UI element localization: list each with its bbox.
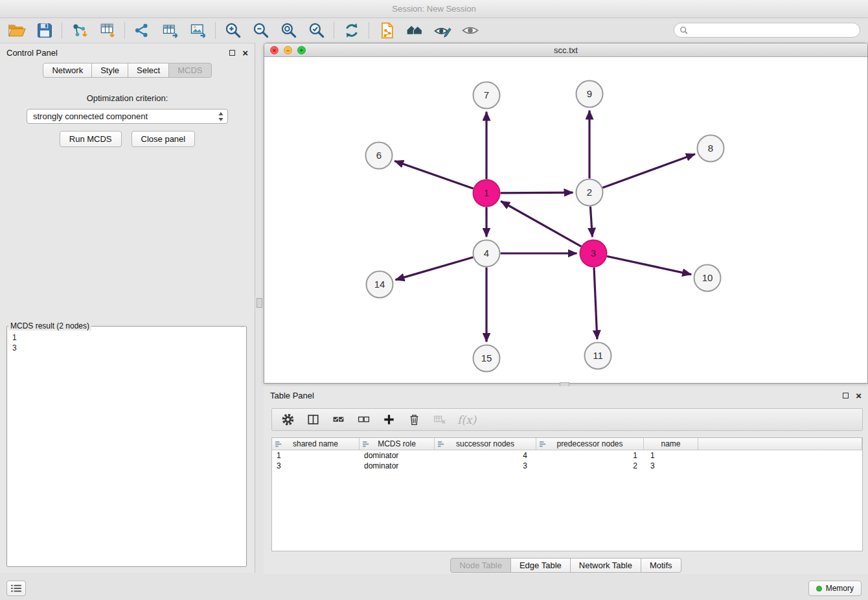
graph-node-2[interactable]: 2 [577, 179, 603, 206]
graph-edge-2-3[interactable] [590, 207, 592, 237]
float-panel-icon[interactable] [843, 393, 849, 398]
window-minimize-icon[interactable]: − [284, 46, 292, 54]
show-panels-button[interactable] [6, 581, 26, 596]
graph-edge-2-8[interactable] [602, 154, 695, 188]
graph-node-1[interactable]: 1 [474, 180, 500, 207]
window-close-icon[interactable]: × [270, 46, 279, 54]
tab-select[interactable]: Select [128, 63, 169, 78]
tab-mcds[interactable]: MCDS [168, 63, 211, 78]
cell-name[interactable]: 1 [644, 451, 698, 460]
cell-successor-nodes[interactable]: 4 [435, 451, 536, 460]
cell-shared-name[interactable]: 3 [272, 461, 360, 470]
close-panel-button[interactable]: Close panel [131, 131, 196, 147]
show-columns-button[interactable] [306, 413, 320, 427]
cell-predecessor-nodes[interactable]: 2 [536, 461, 644, 470]
graph-node-9[interactable]: 9 [577, 81, 603, 108]
home-button[interactable] [400, 19, 428, 41]
table-settings-button[interactable] [280, 413, 295, 427]
graph-node-11[interactable]: 11 [585, 343, 611, 369]
document-share-button[interactable] [372, 19, 400, 41]
graph-node-10[interactable]: 10 [694, 265, 721, 292]
column-header-successor-nodes[interactable]: successor nodes [435, 438, 536, 450]
window-zoom-icon[interactable]: + [297, 46, 306, 54]
open-session-button[interactable] [3, 19, 30, 41]
zoom-fit-button[interactable] [275, 19, 303, 41]
graph-edge-3-1[interactable] [501, 202, 581, 247]
refresh-layout-button[interactable] [337, 19, 365, 41]
column-header-predecessor-nodes[interactable]: predecessor nodes [536, 438, 644, 450]
search-field[interactable] [674, 23, 860, 38]
save-session-button[interactable] [30, 19, 58, 41]
eye-edit-button[interactable] [428, 19, 456, 41]
zoom-out-button[interactable] [247, 19, 275, 41]
network-window-title: scc.txt [554, 45, 578, 55]
graph-node-6[interactable]: 6 [366, 143, 393, 169]
tab-node-table[interactable]: Node Table [450, 558, 511, 573]
eye-button[interactable] [456, 19, 484, 41]
svg-text:11: 11 [593, 350, 603, 361]
svg-text:14: 14 [374, 279, 385, 290]
table-row[interactable]: 1 dominator 4 1 1 [272, 450, 862, 461]
close-panel-icon[interactable]: × [242, 48, 248, 58]
tab-style[interactable]: Style [91, 63, 128, 78]
add-column-button[interactable] [382, 413, 396, 427]
run-mcds-button[interactable]: Run MCDS [60, 131, 122, 147]
cell-mcds-role[interactable]: dominator [360, 451, 435, 460]
zoom-selected-button[interactable] [303, 19, 330, 41]
network-canvas[interactable]: 7968124314101511 [264, 57, 867, 383]
graph-edge-3-11[interactable] [594, 268, 597, 340]
tab-motifs[interactable]: Motifs [641, 558, 681, 573]
mcds-result-title: MCDS result (2 nodes) [8, 321, 91, 330]
graph-edge-1-6[interactable] [394, 161, 474, 189]
vertical-splitter-handle[interactable] [257, 298, 262, 308]
cell-successor-nodes[interactable]: 3 [435, 461, 536, 470]
deselect-all-icon [357, 413, 371, 426]
node-table: shared name MCDS role successor nodes pr… [271, 437, 863, 551]
graph-node-15[interactable]: 15 [474, 345, 500, 372]
import-network-button[interactable] [65, 19, 93, 41]
sort-icon [363, 441, 370, 448]
delete-column-button[interactable] [407, 413, 421, 427]
sort-icon [540, 441, 547, 448]
select-all-button[interactable] [331, 413, 345, 427]
cell-predecessor-nodes[interactable]: 1 [536, 451, 644, 460]
graph-node-8[interactable]: 8 [698, 135, 724, 162]
column-header-mcds-role[interactable]: MCDS role [360, 438, 435, 450]
graph-node-14[interactable]: 14 [367, 271, 393, 298]
export-image-icon [189, 21, 207, 40]
cell-name[interactable]: 3 [644, 461, 698, 470]
zoom-in-icon [224, 21, 242, 40]
column-header-shared-name[interactable]: shared name [272, 438, 360, 450]
criterion-dropdown[interactable]: strongly connected component [27, 109, 228, 124]
deselect-all-button[interactable] [356, 413, 371, 427]
table-row[interactable]: 3 dominator 3 2 3 [272, 461, 862, 471]
tab-edge-table[interactable]: Edge Table [510, 558, 571, 573]
svg-text:2: 2 [587, 187, 592, 198]
import-table-button[interactable] [93, 19, 121, 41]
zoom-selected-icon [308, 21, 326, 40]
export-network-button[interactable] [128, 19, 156, 41]
gear-icon [281, 413, 295, 426]
graph-edge-1-2[interactable] [501, 192, 573, 193]
home-icon [405, 21, 424, 40]
export-image-button[interactable] [184, 19, 212, 41]
cell-shared-name[interactable]: 1 [272, 451, 360, 460]
search-input[interactable] [692, 26, 854, 35]
tab-network-table[interactable]: Network Table [570, 558, 641, 573]
graph-edge-3-10[interactable] [607, 257, 691, 275]
graph-node-3[interactable]: 3 [580, 240, 607, 267]
close-panel-icon[interactable]: × [856, 391, 862, 400]
graph-edge-4-14[interactable] [396, 257, 474, 280]
zoom-in-button[interactable] [219, 19, 247, 41]
mcds-result-list[interactable]: 1 3 [7, 330, 246, 355]
column-header-filler [698, 438, 862, 450]
tab-network[interactable]: Network [43, 63, 92, 78]
column-header-name[interactable]: name [644, 438, 698, 450]
network-window-titlebar[interactable]: × − + scc.txt [264, 43, 867, 57]
graph-node-4[interactable]: 4 [474, 240, 500, 267]
export-table-button[interactable] [156, 19, 184, 41]
float-panel-icon[interactable] [229, 50, 235, 56]
graph-node-7[interactable]: 7 [474, 82, 500, 109]
memory-button[interactable]: Memory [808, 581, 862, 596]
cell-mcds-role[interactable]: dominator [360, 461, 435, 470]
